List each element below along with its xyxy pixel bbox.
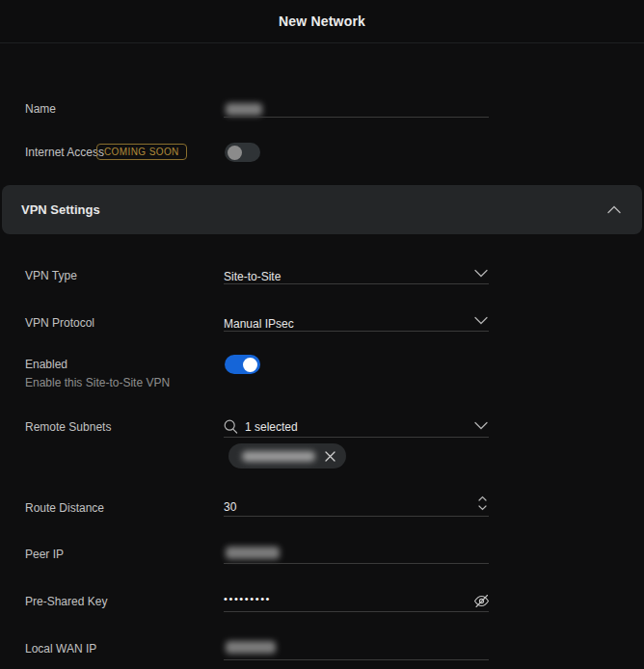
section-title: VPN Settings — [21, 202, 100, 217]
local-wan-ip-label: Local WAN IP — [25, 642, 96, 656]
dialog-header: New Network — [0, 0, 644, 43]
chevron-down-icon — [474, 316, 488, 325]
local-wan-ip-underline — [224, 659, 489, 660]
coming-soon-badge: COMING SOON — [96, 144, 187, 160]
internet-access-toggle[interactable] — [225, 143, 260, 162]
enabled-toggle[interactable] — [225, 355, 260, 374]
search-icon — [224, 419, 238, 434]
vpn-settings-section-header[interactable]: VPN Settings — [2, 185, 642, 234]
route-distance-value: 30 — [224, 500, 236, 514]
name-input[interactable] — [224, 100, 489, 123]
name-label: Name — [25, 102, 56, 116]
enabled-label: Enabled — [25, 358, 67, 371]
chevron-down-icon — [474, 421, 488, 430]
vpn-protocol-value: Manual IPsec — [224, 317, 294, 331]
vpn-type-value: Site-to-Site — [224, 270, 281, 283]
new-network-dialog: New Network Name Internet Access COMING … — [0, 0, 644, 669]
remote-subnet-chip — [228, 443, 346, 468]
vpn-type-dropdown[interactable]: Site-to-Site — [224, 265, 489, 288]
enabled-description: Enable this Site-to-Site VPN — [25, 376, 170, 389]
number-stepper[interactable] — [477, 495, 488, 511]
local-wan-ip-redacted-value — [226, 641, 276, 654]
eye-off-icon[interactable] — [473, 593, 490, 609]
vpn-protocol-underline — [224, 331, 489, 332]
pre-shared-key-label: Pre-Shared Key — [25, 595, 107, 608]
vpn-type-label: VPN Type — [25, 269, 77, 282]
vpn-protocol-label: VPN Protocol — [25, 316, 94, 330]
peer-ip-redacted-value — [226, 547, 280, 559]
remote-subnets-label: Remote Subnets — [25, 420, 111, 434]
name-redacted-value — [226, 103, 262, 116]
name-input-underline — [224, 117, 489, 118]
page-title: New Network — [279, 13, 365, 29]
pre-shared-key-underline — [224, 611, 489, 612]
remote-subnets-underline — [224, 437, 489, 438]
toggle-knob — [243, 358, 257, 372]
chevron-up-icon — [607, 205, 621, 214]
route-distance-label: Route Distance — [25, 501, 104, 515]
route-distance-underline — [224, 516, 489, 517]
remote-subnets-value: 1 selected — [245, 420, 298, 434]
peer-ip-underline — [224, 563, 489, 564]
vpn-type-underline — [224, 283, 489, 284]
internet-access-label: Internet Access — [25, 146, 104, 159]
route-distance-input[interactable]: 30 — [224, 495, 489, 518]
peer-ip-label: Peer IP — [25, 548, 64, 561]
pre-shared-key-masked-value: ••••••••• — [224, 593, 271, 604]
chip-remove-button[interactable] — [324, 450, 336, 463]
chip-redacted-value — [242, 451, 315, 462]
chevron-down-icon — [474, 269, 488, 278]
vpn-protocol-dropdown[interactable]: Manual IPsec — [224, 312, 489, 335]
toggle-knob — [228, 146, 242, 160]
